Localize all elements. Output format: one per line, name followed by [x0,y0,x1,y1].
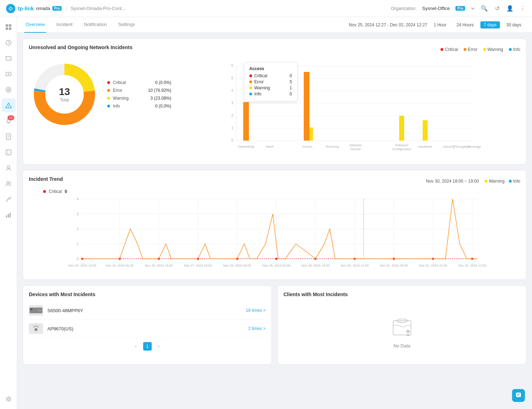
chat-button[interactable] [512,389,525,402]
sidebar-item-reports[interactable] [1,130,16,144]
time-btn-7d[interactable]: 7 days [480,21,500,28]
trend-hover-stats: Critical 0 [29,189,520,194]
tooltip-error-dot [249,80,252,83]
svg-text:Nov 30, 2024 12:00: Nov 30, 2024 12:00 [341,264,369,267]
refresh-icon[interactable]: ↺ [494,5,501,12]
stat-warning-dot [107,97,110,100]
tp-link-logo-icon [6,4,16,14]
page-prev[interactable]: ‹ [132,342,140,351]
user-icon[interactable]: 👤 [506,5,513,12]
tab-notification[interactable]: Notification [83,17,108,33]
trend-chart-svg: 0 1 2 3 4 [29,195,520,274]
svg-point-114 [35,328,37,331]
sidebar-item-alerts[interactable]: 16 [1,114,16,128]
bar-chart-svg: 0 1 2 3 4 5 6 [180,59,520,158]
svg-rect-111 [30,309,32,310]
dashboard-icon [5,23,12,31]
device-switch-icon [29,305,43,316]
svg-text:1: 1 [231,126,233,130]
tooltip-title: Access [249,66,292,71]
time-btn-24h[interactable]: 24 Hours [453,21,478,28]
stat-warning-name: Warning [113,96,147,101]
tooltip-info: Info 0 [249,91,292,96]
svg-text:4: 4 [231,89,233,93]
page-1[interactable]: 1 [143,342,152,351]
tab-right: Nov 25, 2024 12:27 - Dec 02, 2024 12:27 … [349,21,525,28]
stat-warning-val: 3 (23.08%) [150,96,171,101]
devices-card: Devices with Most Incidents S6500-48MPP6… [23,285,272,365]
svg-text:Dec 02, 2024 12:00: Dec 02, 2024 12:00 [458,264,486,267]
donut-center: 13 Total [59,86,70,103]
svg-text:2: 2 [231,114,233,117]
svg-text:Software/: Software/ [395,143,409,147]
stat-info-val: 0 (0.0%) [155,104,171,109]
org-pro-badge: Pro [455,6,465,11]
stat-info-name: Info [113,104,152,109]
reports-icon [5,133,12,140]
svg-text:1: 1 [77,242,79,246]
error-dot [464,48,466,51]
page-next[interactable]: › [155,342,163,351]
svg-rect-25 [8,214,9,217]
svg-text:Nov 29, 2024 19:00: Nov 29, 2024 19:00 [302,264,330,267]
stat-critical-name: Critical [113,80,152,85]
sidebar-item-map[interactable] [1,51,16,65]
more-icon[interactable]: ⋮ [519,5,526,12]
sidebar-item-target[interactable] [1,83,16,97]
time-btn-30d[interactable]: 30 days [503,21,525,28]
topbar: tp-link omada Pro Sysnet-Omada-Pro-Cont.… [0,0,532,17]
trend-critical-dot [43,190,46,193]
search-icon[interactable]: 🔍 [481,5,488,12]
svg-rect-2 [6,24,8,27]
tooltip-warning-val: 1 [290,85,292,90]
legend-critical-label: Critical [445,47,458,52]
sidebar-item-dashboard[interactable] [1,20,16,34]
trend-critical-value: 0 [65,189,67,194]
sidebar-item-analytics[interactable] [1,208,16,222]
device-count-2[interactable]: 2 times > [248,326,266,331]
tab-overview[interactable]: Overview [24,17,46,33]
svg-text:6: 6 [231,64,233,68]
trend-card-title: Incident Trend [29,176,63,182]
svg-point-112 [40,310,41,311]
stat-critical: Critical 0 (0.0%) [107,80,171,85]
trend-legend-info: Info [509,179,520,184]
svg-point-117 [406,330,410,333]
svg-text:Mesh: Mesh [266,145,274,148]
time-btn-1h[interactable]: 1 Hour [430,21,450,28]
content: Overview Incident Notification Settings … [17,17,532,409]
svg-text:3: 3 [231,101,233,105]
svg-rect-53 [423,120,428,141]
sidebar-item-tools[interactable] [1,145,16,159]
svg-point-20 [7,166,10,168]
svg-rect-3 [9,24,11,27]
sidebar-item-history[interactable] [1,36,16,50]
sidebar-item-wrench[interactable] [1,192,16,206]
svg-text:Hardware: Hardware [418,145,432,148]
sidebar-item-settings[interactable] [1,392,16,406]
analytics-icon [5,211,12,219]
chat-icon [515,392,522,399]
stat-error: Error 10 (76.92%) [107,88,171,93]
svg-point-1 [10,7,12,10]
device-ap-icon [29,323,43,334]
svg-text:Service: Service [350,147,361,151]
tabbar: Overview Incident Notification Settings … [17,17,532,33]
device-count-1[interactable]: 18 times > [246,308,266,313]
svg-text:Dec 01, 2024 05:00: Dec 01, 2024 05:00 [380,264,408,267]
sidebar-item-incidents[interactable] [1,98,16,112]
tab-incident[interactable]: Incident [55,17,74,33]
alerts-badge: 16 [7,115,14,120]
legend-critical: Critical [440,47,458,52]
org-dropdown-icon[interactable] [471,6,475,11]
sidebar-item-clients[interactable] [1,161,16,175]
svg-text:2: 2 [77,227,79,231]
tooltip-warning-dot [249,86,252,89]
clients-title: Clients with Most Incidents [283,292,520,297]
sidebar-item-users[interactable] [1,177,16,191]
tooltip-error-val: 5 [290,79,292,84]
tab-settings[interactable]: Settings [117,17,136,33]
sidebar-item-devices[interactable] [1,67,16,81]
warning-dot [483,48,486,51]
incidents-legend: Critical Error Warning Info [440,47,520,52]
